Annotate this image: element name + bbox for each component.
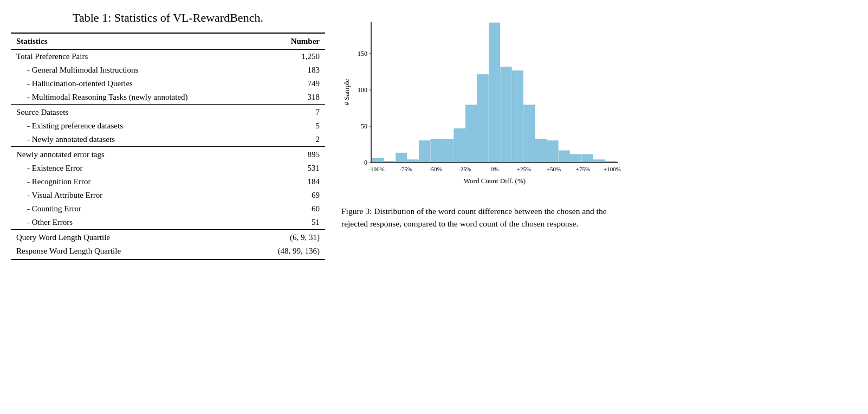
bar [535, 139, 546, 162]
row-value: 60 [255, 202, 325, 216]
row-label: Total Preference Pairs [11, 50, 255, 64]
bar [419, 141, 430, 162]
page-container: Table 1: Statistics of VL-RewardBench. S… [11, 11, 856, 260]
svg-text:0%: 0% [491, 166, 499, 172]
svg-text:+75%: +75% [576, 166, 590, 172]
row-label: - Newly annotated datasets [11, 133, 255, 147]
row-value: 749 [255, 77, 325, 90]
row-label: Newly annotated error tags [11, 147, 255, 162]
svg-text:100: 100 [358, 86, 367, 94]
row-value: (6, 9, 31) [255, 230, 325, 245]
svg-text:50: 50 [361, 122, 367, 130]
row-value: 531 [255, 161, 325, 175]
table-row: - Newly annotated datasets2 [11, 133, 325, 147]
row-value: 7 [255, 105, 325, 120]
chart-container: 0 50 100 150 -100% -75% -50% -25% 0% +25… [341, 16, 623, 192]
table-row: - Visual Attribute Error69 [11, 189, 325, 202]
row-label: - Hallucination-oriented Queries [11, 77, 255, 90]
col-stats-header: Statistics [11, 33, 255, 50]
table-row: - General Multimodal Instructions183 [11, 63, 325, 77]
bar [489, 23, 500, 162]
table-row: - Other Errors51 [11, 216, 325, 230]
row-label: Query Word Length Quartile [11, 230, 255, 245]
svg-text:+25%: +25% [517, 166, 531, 172]
svg-text:+100%: +100% [604, 166, 621, 172]
row-label: - Other Errors [11, 216, 255, 230]
row-value: 1,250 [255, 50, 325, 64]
table-header-row: Statistics Number [11, 33, 325, 50]
bar [407, 160, 418, 162]
histogram-chart: 0 50 100 150 -100% -75% -50% -25% 0% +25… [341, 16, 623, 190]
col-number-header: Number [255, 33, 325, 50]
row-value: 5 [255, 119, 325, 133]
bar [442, 139, 453, 162]
stats-table: Statistics Number Total Preference Pairs… [11, 33, 325, 260]
bar [594, 160, 605, 162]
table-row: Query Word Length Quartile(6, 9, 31) [11, 230, 325, 245]
row-label: - Existence Error [11, 161, 255, 175]
svg-text:150: 150 [358, 50, 367, 57]
bar [396, 153, 406, 162]
bar [454, 128, 465, 162]
row-label: - Visual Attribute Error [11, 189, 255, 202]
table-row: Source Datasets7 [11, 105, 325, 120]
svg-text:-100%: -100% [368, 166, 384, 172]
row-value: 895 [255, 147, 325, 162]
row-value: 51 [255, 216, 325, 230]
svg-text:-75%: -75% [399, 166, 412, 172]
row-label: Response Word Length Quartile [11, 244, 255, 260]
table-title: Table 1: Statistics of VL-RewardBench. [11, 11, 325, 25]
table-row: - Hallucination-oriented Queries749 [11, 77, 325, 90]
svg-text:Word Count Diff. (%): Word Count Diff. (%) [464, 177, 526, 185]
table-row: - Existing preference datasets5 [11, 119, 325, 133]
table-row: Newly annotated error tags895 [11, 147, 325, 162]
bar [582, 154, 593, 162]
row-label: - Existing preference datasets [11, 119, 255, 133]
bar [605, 161, 616, 162]
row-label: - Counting Error [11, 202, 255, 216]
table-row: Total Preference Pairs1,250 [11, 50, 325, 64]
bar [373, 158, 384, 162]
row-value: (48, 99, 136) [255, 244, 325, 260]
right-section: 0 50 100 150 -100% -75% -50% -25% 0% +25… [341, 11, 856, 260]
bar [512, 70, 523, 162]
bar [477, 74, 488, 162]
svg-text:-25%: -25% [458, 166, 471, 172]
bar [559, 151, 569, 162]
row-value: 69 [255, 189, 325, 202]
row-label: - Multimodal Reasoning Tasks (newly anno… [11, 90, 255, 105]
row-label: - Recognition Error [11, 175, 255, 189]
row-value: 2 [255, 133, 325, 147]
svg-text:# Sample: # Sample [342, 79, 351, 105]
bar [571, 154, 581, 162]
bar [524, 105, 535, 162]
table-row: Response Word Length Quartile(48, 99, 13… [11, 244, 325, 260]
table-row: - Existence Error531 [11, 161, 325, 175]
bar [465, 105, 476, 162]
table-section: Table 1: Statistics of VL-RewardBench. S… [11, 11, 325, 260]
bar [501, 67, 511, 162]
row-value: 318 [255, 90, 325, 105]
bar [384, 161, 395, 162]
row-label: - General Multimodal Instructions [11, 63, 255, 77]
svg-text:0: 0 [364, 159, 367, 166]
table-row: - Recognition Error184 [11, 175, 325, 189]
svg-text:+50%: +50% [547, 166, 561, 172]
table-row: - Counting Error60 [11, 202, 325, 216]
row-label: Source Datasets [11, 105, 255, 120]
row-value: 184 [255, 175, 325, 189]
bar [547, 141, 558, 162]
svg-text:-50%: -50% [429, 166, 442, 172]
row-value: 183 [255, 63, 325, 77]
table-row: - Multimodal Reasoning Tasks (newly anno… [11, 90, 325, 105]
figure-caption: Figure 3: Distribution of the word count… [341, 205, 623, 230]
bar [431, 139, 442, 162]
